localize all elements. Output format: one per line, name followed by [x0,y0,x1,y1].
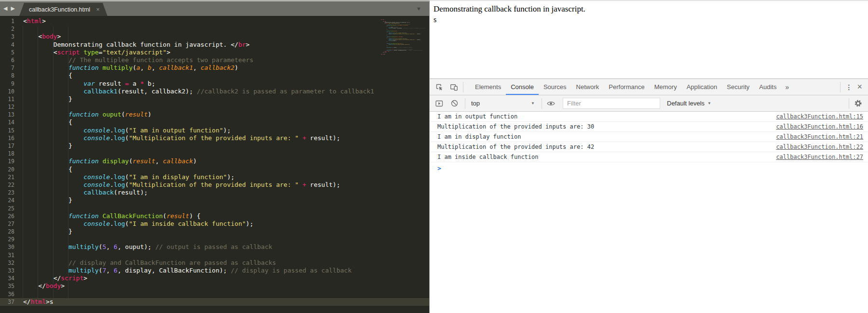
code-line: 27 console.log("I am inside callback fun… [0,220,429,228]
page-text-line: Demonstrating callback function in javas… [434,4,864,14]
line-number: 3 [0,33,14,40]
console-message-text: I am in output function [437,113,776,120]
console-settings-gear-icon[interactable] [854,99,862,107]
line-number: 27 [0,220,14,228]
code-line: 29 [0,235,429,243]
code-line: 3 <body> [0,33,429,40]
live-expression-eye-icon[interactable] [547,101,555,106]
toolbar-separator [463,82,463,92]
code-line-content: callback1(result, callback2); //callback… [23,88,374,95]
console-message-text: I am inside callback function [437,154,776,160]
code-line: 2 [0,25,429,33]
clear-console-icon[interactable] [451,100,458,107]
line-number: 6 [0,56,14,64]
inspect-element-icon[interactable] [435,83,443,91]
close-devtools-icon[interactable]: × [857,82,862,92]
code-area[interactable]: 1<html>23 <body>4 Demonstrating callback… [0,16,429,313]
prompt-chevron-icon: > [437,165,441,172]
tab-overflow-dropdown-icon[interactable]: ▼ [416,6,421,12]
console-message-text: I am in display function [437,133,776,140]
console-prompt[interactable]: > [430,162,868,174]
close-tab-icon[interactable]: × [96,6,100,13]
console-source-link[interactable]: callback3Function.html:22 [776,143,863,150]
code-line: 21 console.log("I am in display function… [0,173,429,181]
line-number: 15 [0,127,14,134]
console-sidebar-icon[interactable] [435,100,443,107]
more-tabs-icon[interactable]: » [781,79,793,95]
line-number: 19 [0,157,14,165]
code-lines: 1<html>23 <body>4 Demonstrating callback… [0,16,429,306]
code-line-content: </script> [23,274,87,282]
back-arrow-icon[interactable]: ◀ [3,5,7,12]
code-line: 1<html> [0,17,429,25]
devtools-tab-console[interactable]: Console [506,79,539,95]
line-number: 17 [0,142,14,150]
line-number: 11 [0,95,14,103]
line-number: 36 [0,290,14,298]
code-line: 23 callback(result); [0,189,429,196]
page-stray-text: s [434,15,864,24]
devtools-tab-sources[interactable]: Sources [539,79,571,95]
code-line: 25 [0,205,429,212]
line-number: 32 [0,259,14,267]
devtools-tab-memory[interactable]: Memory [650,79,682,95]
code-line: 32 // display and CallBackFunction are p… [0,259,429,267]
code-line-content: function CallBackFunction(result) { [23,212,201,220]
code-line-content: // display and CallBackFunction are pass… [23,259,276,267]
editor-tab-bar: ◀ ▶ callback3Function.html × ▼ [0,0,429,16]
devtools-tab-application[interactable]: Application [682,79,722,95]
code-line: 30 multiply(5, 6, ouput); // output is p… [0,243,429,251]
line-number: 26 [0,212,14,220]
devtools-tab-audits[interactable]: Audits [754,79,781,95]
editor-tab[interactable]: callback3Function.html × [19,3,108,16]
code-line: 20 { [0,166,429,173]
code-line-content: multiply(7, 6, display, CallBackFunction… [23,267,352,274]
line-number: 12 [0,103,14,111]
line-number: 8 [0,72,14,79]
devtools-tab-security[interactable]: Security [722,79,754,95]
forward-arrow-icon[interactable]: ▶ [11,5,14,12]
code-line-content: console.log("Multiplication of the provi… [23,134,340,142]
console-source-link[interactable]: callback3Function.html:21 [776,133,863,140]
devtools-menu-icon[interactable]: ⋮ [845,83,852,91]
devtools-panel: ElementsConsoleSourcesNetworkPerformance… [430,78,868,313]
toolbar-separator [465,98,465,109]
chevron-down-icon: ▼ [707,101,711,105]
line-number: 31 [0,251,14,259]
javascript-context-dropdown[interactable]: top ▼ [469,100,537,107]
line-number: 9 [0,80,14,88]
line-number: 4 [0,41,14,49]
code-line: 8 { [0,72,429,79]
devtools-tab-elements[interactable]: Elements [470,79,506,95]
code-line-content: function display(result, callback) [23,157,197,165]
code-line-content: Demonstrating callback function in javas… [23,41,250,49]
devtools-tab-network[interactable]: Network [571,79,604,95]
editor-pane: ◀ ▶ callback3Function.html × ▼ 1<html>23… [0,0,429,313]
code-line: 19 function display(result, callback) [0,157,429,165]
console-filter-input[interactable] [563,98,660,109]
code-line: 18 [0,150,429,157]
code-line: 28 } [0,228,429,235]
code-line-content: function ouput(result) [23,111,151,118]
code-line-content: console.log("I am in display function"); [23,173,234,181]
minimap[interactable]: 1<html>23 <body>4 Demonstrating callback… [380,19,428,59]
line-number: 13 [0,111,14,118]
line-number: 18 [0,150,14,157]
code-line: 37</html>s [0,298,429,306]
log-levels-dropdown[interactable]: Default levels ▼ [667,100,711,107]
line-number: 24 [0,196,14,204]
code-line-content: } [23,142,72,150]
code-line: 34 </script> [0,274,429,282]
console-source-link[interactable]: callback3Function.html:27 [776,154,863,160]
console-source-link[interactable]: callback3Function.html:15 [776,113,863,120]
console-source-link[interactable]: callback3Function.html:16 [776,123,863,130]
device-toolbar-icon[interactable] [450,83,458,91]
line-number: 1 [0,17,14,25]
console-toolbar: top ▼ Default levels ▼ [430,95,868,112]
devtools-tab-performance[interactable]: Performance [604,79,649,95]
console-messages: I am in output functioncallback3Function… [430,112,868,162]
code-line: 26 function CallBackFunction(result) { [0,212,429,220]
code-line-content: console.log("I am inside callback functi… [23,220,253,228]
line-number: 2 [0,25,14,33]
code-line: 10 callback1(result, callback2); //callb… [0,88,429,95]
